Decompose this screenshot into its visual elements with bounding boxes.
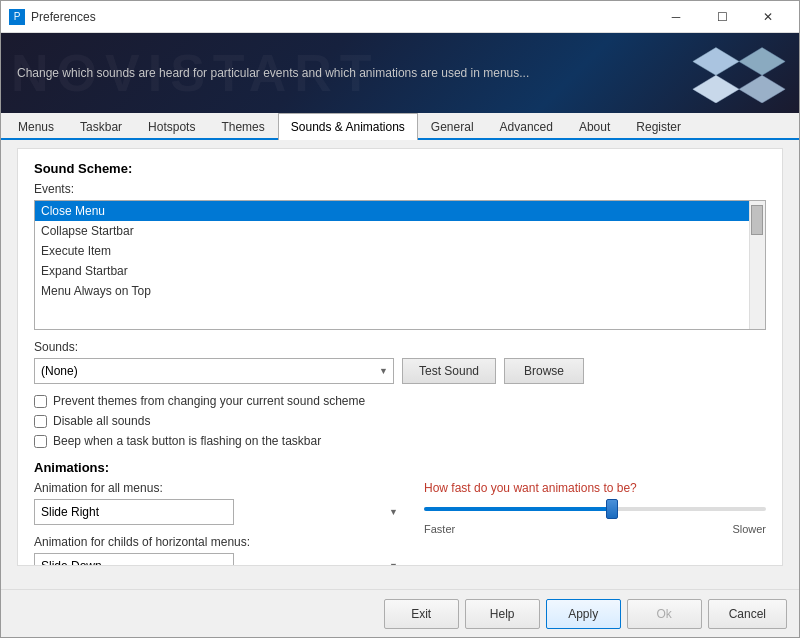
event-execute-item[interactable]: Execute Item [35,241,765,261]
sounds-select[interactable]: (None) [34,358,394,384]
speed-slider-track [424,507,766,511]
animations-title: Animations: [34,460,766,475]
disable-sounds-checkbox[interactable] [34,415,47,428]
faster-label: Faster [424,523,455,535]
events-scrollbar[interactable] [749,201,765,329]
beep-flash-checkbox[interactable] [34,435,47,448]
prevent-themes-checkbox[interactable] [34,395,47,408]
slower-label: Slower [732,523,766,535]
test-sound-button[interactable]: Test Sound [402,358,496,384]
tab-general[interactable]: General [418,113,487,140]
speed-question: How fast do you want animations to be? [424,481,766,495]
apply-button[interactable]: Apply [546,599,621,629]
titlebar-buttons: ─ ☐ ✕ [653,1,791,33]
event-collapse-startbar[interactable]: Collapse Startbar [35,221,765,241]
tab-themes[interactable]: Themes [208,113,277,140]
tab-hotspots[interactable]: Hotspots [135,113,208,140]
all-menus-label: Animation for all menus: [34,481,404,495]
exit-button[interactable]: Exit [384,599,459,629]
sounds-select-wrapper: (None) [34,358,394,384]
tab-about[interactable]: About [566,113,623,140]
event-menu-always-on-top[interactable]: Menu Always on Top [35,281,765,301]
minimize-button[interactable]: ─ [653,1,699,33]
event-close-menu[interactable]: Close Menu [35,201,765,221]
animations-left: Animation for all menus: Slide RightSlid… [34,481,404,566]
disable-sounds-label: Disable all sounds [53,414,150,428]
horizontal-label: Animation for childs of horizontal menus… [34,535,404,549]
all-menus-select[interactable]: Slide RightSlide LeftFadeNone [34,499,234,525]
browse-button[interactable]: Browse [504,358,584,384]
slider-labels: Faster Slower [424,523,766,535]
prevent-themes-row: Prevent themes from changing your curren… [34,394,766,408]
events-label: Events: [34,182,766,196]
sounds-row: (None) Test Sound Browse [34,358,766,384]
preferences-window: P Preferences ─ ☐ ✕ NOVISTART Change whi… [0,0,800,638]
animations-section: Animations: Animation for all menus: Sli… [34,460,766,566]
cancel-button[interactable]: Cancel [708,599,787,629]
animations-right: How fast do you want animations to be? F… [424,481,766,566]
content-area: Sound Scheme: Events: Close Menu Collaps… [17,148,783,566]
titlebar: P Preferences ─ ☐ ✕ [1,1,799,33]
tab-bar: Menus Taskbar Hotspots Themes Sounds & A… [1,113,799,140]
scrollbar-thumb[interactable] [751,205,763,235]
speed-slider-thumb[interactable] [606,499,618,519]
tab-advanced[interactable]: Advanced [487,113,566,140]
tab-taskbar[interactable]: Taskbar [67,113,135,140]
tab-register[interactable]: Register [623,113,694,140]
main-content: Sound Scheme: Events: Close Menu Collaps… [1,148,799,566]
tab-sounds-animations[interactable]: Sounds & Animations [278,113,418,140]
bottom-bar: Exit Help Apply Ok Cancel [1,589,799,637]
sounds-label: Sounds: [34,340,766,354]
prevent-themes-label: Prevent themes from changing your curren… [53,394,365,408]
maximize-button[interactable]: ☐ [699,1,745,33]
all-menus-dropdown-wrapper: Slide RightSlide LeftFadeNone [34,499,404,525]
sound-scheme-title: Sound Scheme: [34,161,766,176]
beep-flash-label: Beep when a task button is flashing on t… [53,434,321,448]
slider-fill [424,507,612,511]
banner-text: Change which sounds are heard for partic… [17,64,529,82]
sounds-dropdown-wrapper: (None) [34,358,394,384]
help-button[interactable]: Help [465,599,540,629]
events-list[interactable]: Close Menu Collapse Startbar Execute Ite… [34,200,766,330]
animations-row: Animation for all menus: Slide RightSlid… [34,481,766,566]
disable-sounds-row: Disable all sounds [34,414,766,428]
speed-slider-container: Faster Slower [424,507,766,535]
horizontal-select[interactable]: Slide DownSlide UpFadeNone [34,553,234,566]
window-title: Preferences [31,10,653,24]
horizontal-dropdown-wrapper: Slide DownSlide UpFadeNone [34,553,404,566]
beep-flash-row: Beep when a task button is flashing on t… [34,434,766,448]
app-icon: P [9,9,25,25]
event-expand-startbar[interactable]: Expand Startbar [35,261,765,281]
ok-button[interactable]: Ok [627,599,702,629]
tab-menus[interactable]: Menus [5,113,67,140]
banner: NOVISTART Change which sounds are heard … [1,33,799,113]
close-button[interactable]: ✕ [745,1,791,33]
